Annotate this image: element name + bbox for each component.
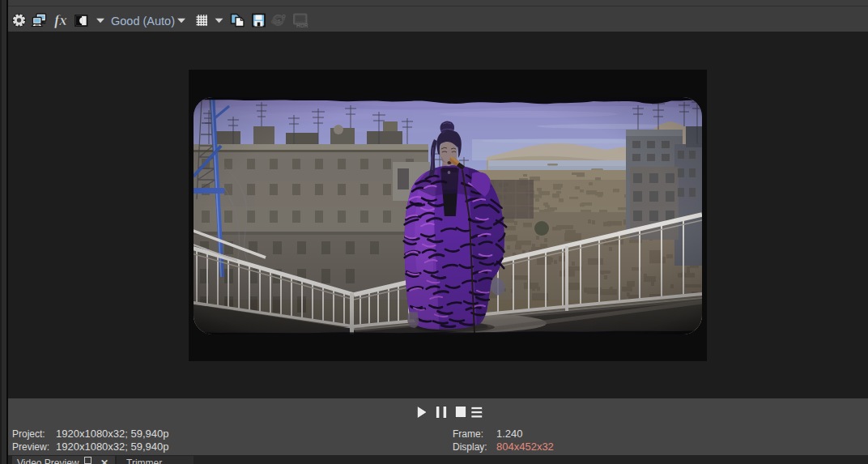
svg-text:Good (Auto): Good (Auto) <box>111 14 175 28</box>
svg-text:36: 36 <box>274 18 280 25</box>
svg-text:HDR: HDR <box>296 23 308 28</box>
svg-text:fx: fx <box>54 11 67 28</box>
